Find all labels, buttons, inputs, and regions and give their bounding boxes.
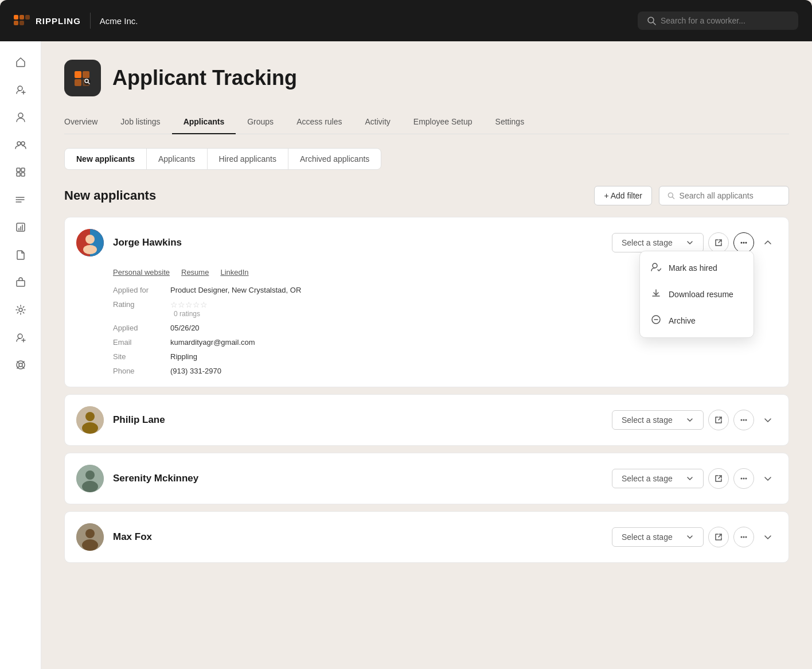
- more-icon-philip: [739, 415, 748, 425]
- card-header-philip: Philip Lane Select a stage: [65, 395, 788, 445]
- more-icon-serenity: [739, 474, 748, 483]
- value-phone: (913) 331-2970: [170, 367, 777, 375]
- tab-settings[interactable]: Settings: [484, 110, 536, 134]
- sidebar-item-add-user[interactable]: [9, 326, 32, 349]
- sidebar-item-apps[interactable]: [9, 161, 32, 184]
- collapse-button-jorge[interactable]: [759, 234, 777, 252]
- chevron-down-icon-btn-serenity: [763, 474, 772, 483]
- subtab-new-applicants[interactable]: New applicants: [65, 149, 147, 169]
- applicant-card-max: Max Fox Select a stage: [64, 511, 789, 563]
- tab-groups[interactable]: Groups: [236, 110, 285, 134]
- sidebar-item-documents[interactable]: [9, 243, 32, 266]
- stage-select-philip[interactable]: Select a stage: [612, 410, 704, 430]
- sidebar-item-support[interactable]: [9, 353, 32, 376]
- card-actions-max: Select a stage: [612, 527, 777, 547]
- open-link-button-jorge[interactable]: [708, 232, 729, 253]
- expand-button-max[interactable]: [759, 528, 777, 546]
- svg-point-72: [745, 478, 747, 480]
- svg-line-6: [653, 22, 655, 25]
- topbar-divider: [90, 13, 91, 29]
- sub-tabs: New applicants Applicants Hired applican…: [64, 148, 381, 170]
- svg-rect-16: [21, 173, 25, 176]
- link-personal-website[interactable]: Personal website: [113, 268, 170, 277]
- stage-select-jorge[interactable]: Select a stage: [612, 233, 704, 252]
- svg-point-71: [743, 478, 745, 480]
- svg-point-22: [15, 201, 17, 203]
- external-link-icon-serenity: [715, 474, 723, 483]
- svg-point-70: [741, 478, 743, 480]
- external-link-icon-philip: [715, 416, 723, 424]
- svg-point-61: [82, 422, 98, 434]
- svg-rect-14: [21, 168, 25, 172]
- expand-button-serenity[interactable]: [759, 469, 777, 488]
- more-actions-button-serenity[interactable]: [733, 468, 754, 489]
- sidebar-item-list[interactable]: [9, 188, 32, 211]
- coworker-search-bar[interactable]: Search for a coworker...: [638, 11, 798, 30]
- avatar-jorge: [76, 229, 104, 256]
- tab-overview[interactable]: Overview: [64, 110, 109, 134]
- svg-point-21: [15, 199, 17, 200]
- sidebar: [0, 41, 41, 669]
- sidebar-item-jobs[interactable]: [9, 271, 32, 294]
- tab-access-rules[interactable]: Access rules: [285, 110, 353, 134]
- svg-rect-15: [17, 173, 20, 176]
- svg-point-60: [85, 412, 95, 421]
- svg-rect-3: [19, 21, 24, 25]
- svg-rect-1: [19, 15, 24, 20]
- open-link-button-philip[interactable]: [708, 410, 729, 430]
- more-actions-button-max[interactable]: [733, 527, 754, 547]
- avatar-philip-img: [76, 406, 104, 434]
- page-title: Applicant Tracking: [112, 66, 297, 90]
- subtab-hired-applicants[interactable]: Hired applicants: [208, 149, 288, 169]
- topbar: RIPPLING Acme Inc. Search for a coworker…: [0, 0, 812, 41]
- svg-point-20: [15, 197, 17, 198]
- section-header: New applicants + Add filter: [64, 186, 789, 205]
- subtab-applicants[interactable]: Applicants: [147, 149, 208, 169]
- stage-placeholder-philip: Select a stage: [622, 415, 673, 425]
- company-name: Acme Inc.: [100, 16, 138, 26]
- menu-item-mark-hired[interactable]: Mark as hired: [640, 255, 754, 281]
- stage-select-serenity[interactable]: Select a stage: [612, 469, 704, 488]
- app-icon: [64, 60, 101, 96]
- app-header: Applicant Tracking: [64, 60, 789, 96]
- more-actions-button-jorge[interactable]: [733, 232, 754, 253]
- link-linkedin[interactable]: LinkedIn: [220, 268, 248, 277]
- svg-rect-13: [17, 168, 20, 172]
- more-actions-button-philip[interactable]: [733, 410, 754, 430]
- sidebar-item-add-employee[interactable]: [9, 78, 32, 101]
- link-resume[interactable]: Resume: [181, 268, 209, 277]
- subtab-archived-applicants[interactable]: Archived applicants: [288, 149, 381, 169]
- open-link-button-serenity[interactable]: [708, 468, 729, 489]
- sidebar-item-groups[interactable]: [9, 133, 32, 156]
- open-link-button-max[interactable]: [708, 527, 729, 547]
- coworker-search-placeholder: Search for a coworker...: [661, 16, 745, 25]
- download-icon: [650, 288, 662, 301]
- sidebar-item-employees[interactable]: [9, 106, 32, 129]
- tab-employee-setup[interactable]: Employee Setup: [402, 110, 484, 134]
- section-title: New applicants: [64, 188, 156, 203]
- rippling-text: RIPPLING: [36, 16, 81, 26]
- expand-button-philip[interactable]: [759, 411, 777, 429]
- search-all-input[interactable]: [659, 186, 789, 205]
- sidebar-item-home[interactable]: [9, 50, 32, 73]
- avatar-serenity: [76, 465, 104, 492]
- menu-label-download-resume: Download resume: [669, 290, 733, 299]
- label-email: Email: [113, 338, 170, 347]
- menu-item-download-resume[interactable]: Download resume: [640, 281, 754, 308]
- sidebar-item-reports[interactable]: [9, 216, 32, 239]
- add-filter-button[interactable]: + Add filter: [594, 186, 652, 205]
- stage-select-max[interactable]: Select a stage: [612, 527, 704, 547]
- label-applied-for: Applied for: [113, 286, 170, 294]
- tab-job-listings[interactable]: Job listings: [109, 110, 171, 134]
- sidebar-item-settings[interactable]: [9, 298, 32, 321]
- chevron-up-icon-jorge: [763, 238, 772, 247]
- chevron-down-icon-btn-philip: [763, 415, 772, 425]
- svg-rect-0: [14, 15, 18, 20]
- chevron-down-icon-philip: [686, 416, 694, 424]
- more-icon-jorge: [739, 238, 748, 247]
- menu-item-archive[interactable]: Archive: [640, 308, 754, 334]
- card-actions-jorge: Select a stage: [612, 232, 777, 253]
- tab-applicants[interactable]: Applicants: [172, 110, 236, 134]
- tab-activity[interactable]: Activity: [353, 110, 401, 134]
- search-all-field[interactable]: [680, 191, 780, 200]
